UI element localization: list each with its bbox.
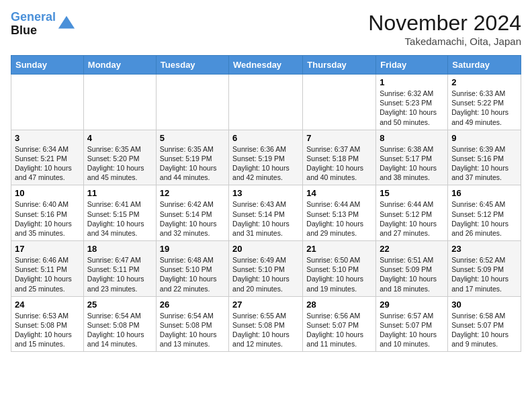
day-info: Sunrise: 6:33 AM Sunset: 5:22 PM Dayligh…	[451, 89, 517, 127]
day-info: Sunrise: 6:32 AM Sunset: 5:23 PM Dayligh…	[380, 89, 444, 127]
day-info: Sunrise: 6:34 AM Sunset: 5:21 PM Dayligh…	[15, 144, 80, 183]
day-number: 1	[380, 77, 444, 87]
day-info: Sunrise: 6:54 AM Sunset: 5:08 PM Dayligh…	[160, 311, 225, 349]
day-info: Sunrise: 6:44 AM Sunset: 5:12 PM Dayligh…	[380, 199, 444, 238]
weekday-header: Friday	[376, 56, 448, 75]
logo-text: GeneralBlue	[11, 11, 56, 38]
title-block: November 2024 Takedamachi, Oita, Japan	[368, 11, 521, 47]
day-number: 23	[451, 244, 517, 254]
day-info: Sunrise: 6:58 AM Sunset: 5:07 PM Dayligh…	[451, 311, 517, 349]
logo: GeneralBlue	[11, 11, 76, 38]
day-number: 15	[380, 188, 444, 198]
weekday-header: Monday	[83, 56, 156, 75]
day-number: 28	[306, 300, 372, 310]
day-number: 14	[306, 188, 372, 198]
month-title: November 2024	[368, 11, 521, 36]
calendar-cell: 18Sunrise: 6:47 AM Sunset: 5:11 PM Dayli…	[83, 241, 156, 297]
calendar-cell: 8Sunrise: 6:38 AM Sunset: 5:17 PM Daylig…	[376, 130, 448, 185]
day-info: Sunrise: 6:54 AM Sunset: 5:08 PM Dayligh…	[87, 311, 152, 349]
calendar-week-row: 10Sunrise: 6:40 AM Sunset: 5:16 PM Dayli…	[11, 185, 521, 241]
day-info: Sunrise: 6:52 AM Sunset: 5:09 PM Dayligh…	[451, 255, 517, 293]
weekday-header: Thursday	[303, 56, 376, 75]
calendar-cell: 29Sunrise: 6:57 AM Sunset: 5:07 PM Dayli…	[376, 296, 448, 352]
day-number: 22	[380, 244, 444, 254]
svg-marker-0	[58, 16, 75, 29]
day-number: 8	[380, 133, 444, 143]
weekday-header: Wednesday	[229, 56, 303, 75]
calendar-cell: 26Sunrise: 6:54 AM Sunset: 5:08 PM Dayli…	[156, 296, 228, 352]
day-info: Sunrise: 6:56 AM Sunset: 5:07 PM Dayligh…	[306, 311, 372, 349]
day-info: Sunrise: 6:41 AM Sunset: 5:15 PM Dayligh…	[87, 199, 152, 238]
calendar-cell: 19Sunrise: 6:48 AM Sunset: 5:10 PM Dayli…	[156, 241, 228, 297]
calendar-week-row: 1Sunrise: 6:32 AM Sunset: 5:23 PM Daylig…	[11, 75, 521, 130]
day-info: Sunrise: 6:43 AM Sunset: 5:14 PM Dayligh…	[232, 199, 299, 238]
day-number: 27	[232, 300, 299, 310]
day-info: Sunrise: 6:44 AM Sunset: 5:13 PM Dayligh…	[306, 199, 372, 238]
day-number: 7	[306, 133, 372, 143]
logo-icon	[57, 15, 76, 34]
day-number: 19	[160, 244, 225, 254]
calendar-cell: 23Sunrise: 6:52 AM Sunset: 5:09 PM Dayli…	[448, 241, 521, 297]
weekday-header: Sunday	[11, 56, 84, 75]
calendar-cell: 24Sunrise: 6:53 AM Sunset: 5:08 PM Dayli…	[11, 296, 84, 352]
day-number: 18	[87, 244, 152, 254]
page-header: GeneralBlue November 2024 Takedamachi, O…	[11, 11, 521, 47]
day-number: 24	[15, 300, 80, 310]
day-info: Sunrise: 6:50 AM Sunset: 5:10 PM Dayligh…	[306, 255, 372, 293]
calendar-cell: 25Sunrise: 6:54 AM Sunset: 5:08 PM Dayli…	[83, 296, 156, 352]
day-info: Sunrise: 6:36 AM Sunset: 5:19 PM Dayligh…	[232, 144, 299, 183]
day-number: 5	[160, 133, 225, 143]
day-info: Sunrise: 6:37 AM Sunset: 5:18 PM Dayligh…	[306, 144, 372, 183]
calendar-cell: 1Sunrise: 6:32 AM Sunset: 5:23 PM Daylig…	[376, 75, 448, 130]
day-number: 10	[15, 188, 80, 198]
day-info: Sunrise: 6:38 AM Sunset: 5:17 PM Dayligh…	[380, 144, 444, 183]
day-number: 30	[451, 300, 517, 310]
day-info: Sunrise: 6:45 AM Sunset: 5:12 PM Dayligh…	[451, 199, 517, 238]
day-info: Sunrise: 6:35 AM Sunset: 5:19 PM Dayligh…	[160, 144, 225, 183]
day-number: 25	[87, 300, 152, 310]
day-info: Sunrise: 6:49 AM Sunset: 5:10 PM Dayligh…	[232, 255, 299, 293]
calendar-cell: 20Sunrise: 6:49 AM Sunset: 5:10 PM Dayli…	[229, 241, 303, 297]
calendar-cell: 6Sunrise: 6:36 AM Sunset: 5:19 PM Daylig…	[229, 130, 303, 185]
day-number: 17	[15, 244, 80, 254]
calendar-cell	[303, 75, 376, 130]
calendar-week-row: 3Sunrise: 6:34 AM Sunset: 5:21 PM Daylig…	[11, 130, 521, 185]
day-number: 4	[87, 133, 152, 143]
day-info: Sunrise: 6:48 AM Sunset: 5:10 PM Dayligh…	[160, 255, 225, 293]
weekday-header: Tuesday	[156, 56, 228, 75]
day-number: 21	[306, 244, 372, 254]
day-info: Sunrise: 6:42 AM Sunset: 5:14 PM Dayligh…	[160, 199, 225, 238]
calendar-cell: 30Sunrise: 6:58 AM Sunset: 5:07 PM Dayli…	[448, 296, 521, 352]
calendar-cell: 2Sunrise: 6:33 AM Sunset: 5:22 PM Daylig…	[448, 75, 521, 130]
calendar-header-row: SundayMondayTuesdayWednesdayThursdayFrid…	[11, 56, 521, 75]
calendar-cell: 12Sunrise: 6:42 AM Sunset: 5:14 PM Dayli…	[156, 185, 228, 241]
calendar-cell: 4Sunrise: 6:35 AM Sunset: 5:20 PM Daylig…	[83, 130, 156, 185]
day-number: 11	[87, 188, 152, 198]
calendar-cell: 10Sunrise: 6:40 AM Sunset: 5:16 PM Dayli…	[11, 185, 84, 241]
calendar-cell: 3Sunrise: 6:34 AM Sunset: 5:21 PM Daylig…	[11, 130, 84, 185]
day-number: 12	[160, 188, 225, 198]
location: Takedamachi, Oita, Japan	[368, 36, 521, 47]
calendar-cell: 11Sunrise: 6:41 AM Sunset: 5:15 PM Dayli…	[83, 185, 156, 241]
calendar-cell: 14Sunrise: 6:44 AM Sunset: 5:13 PM Dayli…	[303, 185, 376, 241]
day-info: Sunrise: 6:39 AM Sunset: 5:16 PM Dayligh…	[451, 144, 517, 183]
day-number: 20	[232, 244, 299, 254]
day-info: Sunrise: 6:53 AM Sunset: 5:08 PM Dayligh…	[15, 311, 80, 349]
day-info: Sunrise: 6:46 AM Sunset: 5:11 PM Dayligh…	[15, 255, 80, 293]
calendar-cell: 21Sunrise: 6:50 AM Sunset: 5:10 PM Dayli…	[303, 241, 376, 297]
calendar-cell	[156, 75, 228, 130]
calendar-cell: 7Sunrise: 6:37 AM Sunset: 5:18 PM Daylig…	[303, 130, 376, 185]
calendar-cell: 5Sunrise: 6:35 AM Sunset: 5:19 PM Daylig…	[156, 130, 228, 185]
weekday-header: Saturday	[448, 56, 521, 75]
day-info: Sunrise: 6:55 AM Sunset: 5:08 PM Dayligh…	[232, 311, 299, 349]
day-number: 16	[451, 188, 517, 198]
calendar-cell: 13Sunrise: 6:43 AM Sunset: 5:14 PM Dayli…	[229, 185, 303, 241]
calendar-cell	[11, 75, 84, 130]
day-number: 26	[160, 300, 225, 310]
calendar-cell	[83, 75, 156, 130]
calendar-cell	[229, 75, 303, 130]
calendar-cell: 27Sunrise: 6:55 AM Sunset: 5:08 PM Dayli…	[229, 296, 303, 352]
calendar-cell: 15Sunrise: 6:44 AM Sunset: 5:12 PM Dayli…	[376, 185, 448, 241]
calendar-cell: 22Sunrise: 6:51 AM Sunset: 5:09 PM Dayli…	[376, 241, 448, 297]
calendar-cell: 16Sunrise: 6:45 AM Sunset: 5:12 PM Dayli…	[448, 185, 521, 241]
